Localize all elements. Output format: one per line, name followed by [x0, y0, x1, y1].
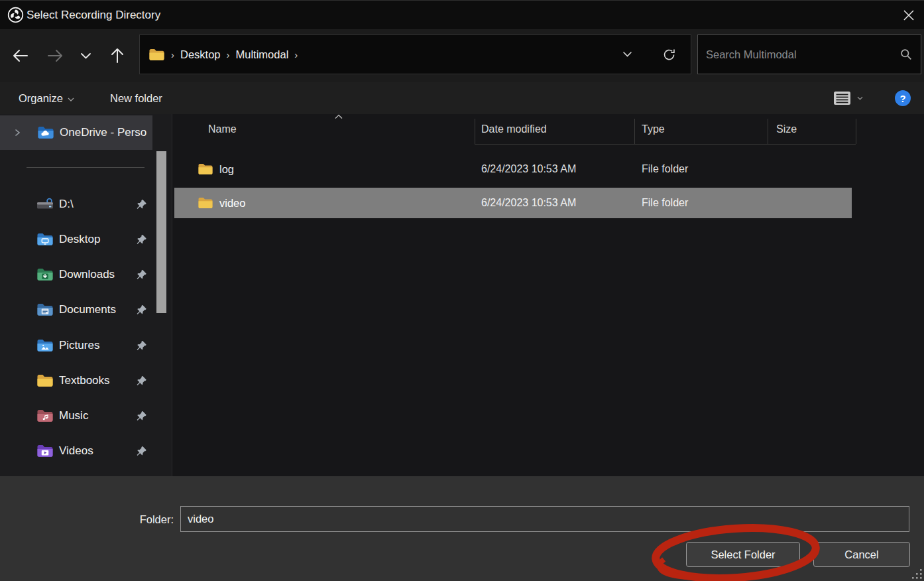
- pin-icon: [135, 198, 147, 210]
- pin-icon: [135, 233, 147, 245]
- help-button[interactable]: ?: [895, 90, 911, 106]
- address-breadcrumb[interactable]: › Desktop › Multimodal ›: [139, 34, 691, 74]
- chevron-down-icon: [622, 51, 632, 58]
- close-icon: [903, 9, 915, 21]
- file-type: File folder: [642, 197, 688, 209]
- pin-icon: [135, 304, 147, 316]
- view-mode-dropdown[interactable]: [857, 82, 863, 114]
- file-list-pane: Name Date modified Type Size log 6/24/20…: [172, 114, 924, 476]
- sidebar-item-desktop[interactable]: Desktop: [0, 224, 152, 255]
- documents-folder-icon: [36, 302, 54, 317]
- forward-arrow-icon: [46, 48, 64, 63]
- cancel-button[interactable]: Cancel: [813, 542, 910, 567]
- dialog-footer: Folder: Select Folder Cancel: [0, 476, 924, 581]
- refresh-icon: [662, 48, 676, 62]
- back-button[interactable]: [9, 29, 32, 82]
- sidebar-item-label: Downloads: [59, 268, 115, 281]
- sidebar-item-pictures[interactable]: Pictures: [0, 330, 152, 361]
- column-header-date-modified[interactable]: Date modified: [481, 123, 547, 135]
- sidebar-item-textbooks[interactable]: Textbooks: [0, 365, 152, 396]
- address-dropdown-button[interactable]: [607, 35, 647, 74]
- up-arrow-icon: [110, 47, 125, 64]
- caret-down-icon: [68, 97, 74, 101]
- sidebar-item-videos[interactable]: Videos: [0, 436, 152, 466]
- column-header-type[interactable]: Type: [642, 123, 665, 135]
- drive-icon: [36, 197, 54, 212]
- breadcrumb-separator[interactable]: ›: [227, 49, 230, 60]
- sidebar-item-downloads[interactable]: Downloads: [0, 259, 152, 290]
- sidebar-item-label: Videos: [59, 444, 93, 458]
- pin-icon: [135, 410, 147, 422]
- folder-icon: [198, 196, 213, 210]
- column-divider[interactable]: [475, 119, 475, 144]
- new-folder-button[interactable]: New folder: [110, 82, 162, 114]
- downloads-folder-icon: [36, 267, 54, 282]
- sidebar-item-music[interactable]: Music: [0, 401, 152, 431]
- videos-folder-icon: [36, 444, 54, 458]
- chevron-down-icon: [80, 52, 91, 60]
- pin-icon: [135, 445, 147, 457]
- up-button[interactable]: [106, 29, 129, 82]
- breadcrumb-item-multimodal[interactable]: Multimodal: [236, 48, 289, 61]
- folder-icon: [198, 162, 213, 176]
- details-view-icon: [833, 90, 851, 106]
- column-header-size[interactable]: Size: [776, 123, 797, 135]
- sidebar-item-documents[interactable]: Documents: [0, 294, 152, 325]
- forward-button[interactable]: [44, 29, 66, 82]
- column-divider[interactable]: [634, 119, 635, 144]
- recent-locations-button[interactable]: [77, 29, 94, 82]
- sidebar-item-d-drive[interactable]: D:\: [0, 189, 152, 220]
- folder-name-input[interactable]: [180, 506, 909, 532]
- column-divider[interactable]: [768, 119, 768, 144]
- obs-logo-icon: [7, 7, 24, 23]
- header-underline: [475, 144, 856, 145]
- sort-ascending-icon: [334, 114, 343, 119]
- file-row-log[interactable]: log 6/24/2023 10:53 AM File folder: [174, 152, 852, 186]
- search-box[interactable]: [697, 34, 921, 74]
- sidebar-item-label: Pictures: [59, 339, 99, 352]
- sidebar-item-label: Music: [59, 409, 88, 422]
- pictures-folder-icon: [36, 338, 54, 353]
- sidebar-item-label: Documents: [59, 303, 116, 316]
- navigation-pane: OneDrive - Perso D:\ Desktop: [0, 114, 172, 476]
- file-name: video: [219, 197, 245, 210]
- sidebar-scrollbar-thumb[interactable]: [156, 151, 166, 313]
- organize-label: Organize: [19, 92, 63, 105]
- breadcrumb-separator: ›: [171, 49, 174, 60]
- chevron-right-icon: [13, 129, 21, 137]
- file-date-modified: 6/24/2023 10:53 AM: [481, 163, 576, 175]
- window-title: Select Recording Directory: [27, 9, 160, 22]
- file-date-modified: 6/24/2023 10:53 AM: [481, 197, 576, 209]
- sidebar-item-onedrive[interactable]: OneDrive - Perso: [0, 115, 152, 150]
- sidebar-item-label: OneDrive - Perso: [60, 126, 146, 139]
- file-name: log: [219, 163, 234, 176]
- organize-button[interactable]: Organize: [19, 82, 74, 114]
- view-mode-button[interactable]: [833, 82, 851, 114]
- select-folder-button[interactable]: Select Folder: [686, 542, 800, 567]
- sidebar-item-label: Textbooks: [59, 374, 110, 387]
- sidebar-divider: [27, 167, 144, 168]
- dialog-toolbar: Organize New folder ?: [0, 82, 924, 114]
- refresh-button[interactable]: [647, 35, 691, 74]
- breadcrumb-separator[interactable]: ›: [294, 49, 298, 60]
- titlebar: Select Recording Directory: [0, 0, 924, 29]
- onedrive-folder-icon: [37, 125, 54, 140]
- pin-icon: [135, 340, 147, 352]
- close-button[interactable]: [902, 9, 915, 22]
- sidebar-item-label: Desktop: [59, 233, 100, 246]
- search-input[interactable]: [698, 48, 892, 61]
- folder-label: Folder:: [106, 513, 174, 526]
- folder-icon: [148, 48, 165, 62]
- file-row-video-selected[interactable]: video 6/24/2023 10:53 AM File folder: [174, 188, 852, 218]
- column-header-name[interactable]: Name: [208, 123, 237, 135]
- sidebar-item-label: D:\: [59, 198, 74, 211]
- back-arrow-icon: [12, 48, 29, 63]
- column-divider[interactable]: [856, 119, 856, 144]
- search-icon[interactable]: [892, 48, 921, 60]
- pin-icon: [135, 269, 147, 281]
- desktop-folder-icon: [36, 232, 54, 247]
- resize-grip[interactable]: [911, 568, 923, 580]
- breadcrumb-item-desktop[interactable]: Desktop: [180, 48, 221, 61]
- caret-down-icon: [857, 96, 863, 100]
- navigation-bar: › Desktop › Multimodal ›: [0, 29, 924, 82]
